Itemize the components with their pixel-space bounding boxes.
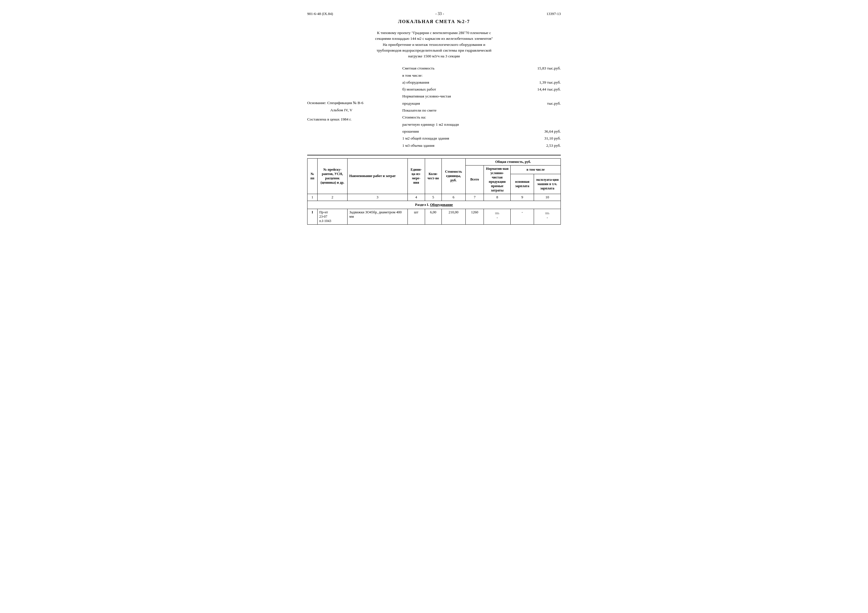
basis-line1: Основание: Спецификация № В-6 bbox=[307, 99, 394, 106]
cell-unit-cost: 210,00 bbox=[442, 209, 465, 224]
section-header-row: Раздел I. Оборудование bbox=[307, 201, 561, 209]
col-num-2: 2 bbox=[317, 194, 347, 201]
col-num-10: 10 bbox=[534, 194, 561, 201]
col-in-tom-chisle-header: в том числе bbox=[511, 165, 561, 174]
header: 901-6-48 (IX.84) - 33 - 13397-13 bbox=[307, 11, 561, 16]
main-table: №пп № прейску-рантов, УСН, расценок (цен… bbox=[307, 158, 561, 225]
costs-section: Сметная стоимость в том числе: а) оборуд… bbox=[402, 65, 561, 149]
header-right: 13397-13 bbox=[546, 11, 561, 16]
col-qty-header: Коли-чест-во bbox=[425, 158, 442, 194]
cell-salary: - bbox=[511, 209, 534, 224]
basis-line2: Альбом IV, V bbox=[330, 107, 394, 113]
cell-norm: — - bbox=[484, 209, 511, 224]
col-ref-header: № прейску-рантов, УСН, расценок (ценника… bbox=[317, 158, 347, 194]
project-description: К типовому проекту "Градирни с вентилято… bbox=[333, 30, 535, 59]
col-num-3: 3 bbox=[347, 194, 408, 201]
col-total-header: Всего bbox=[465, 165, 484, 194]
cell-num: I bbox=[307, 209, 318, 224]
table-row: I Пр-нт23-07п.I-1043 Задвижки 3О45бр, ди… bbox=[307, 209, 561, 224]
cell-ref: Пр-нт23-07п.I-1043 bbox=[317, 209, 347, 224]
col-name-header: Наименование работ и затрат bbox=[347, 158, 408, 194]
cell-qty: 6,00 bbox=[425, 209, 442, 224]
col-num-4: 4 bbox=[408, 194, 425, 201]
table-header-row1: №пп № прейску-рантов, УСН, расценок (цен… bbox=[307, 158, 561, 165]
col-unit-header: Едини-ца из-мере-ния bbox=[408, 158, 425, 194]
col-machine-header: эксплуата-ция машин в т.ч. зарплата bbox=[534, 174, 561, 194]
page-title: ЛОКАЛЬНАЯ СМЕТА №2-7 bbox=[307, 19, 561, 24]
cell-machine: — - bbox=[534, 209, 561, 224]
costs-labels: Сметная стоимость в том числе: а) оборуд… bbox=[402, 65, 459, 149]
basis-line3: Составлена в ценах 1984 г. bbox=[307, 116, 394, 123]
col-num-5: 5 bbox=[425, 194, 442, 201]
col-salary-header: основная зарплата bbox=[511, 174, 534, 194]
header-left: 901-6-48 (IX.84) bbox=[307, 11, 333, 16]
col-num-1: 1 bbox=[307, 194, 318, 201]
section-header-cell: Раздел I. Оборудование bbox=[307, 201, 561, 209]
col-num-9: 9 bbox=[511, 194, 534, 201]
col-unit-cost-header: Стоимость единицы, руб. bbox=[442, 158, 465, 194]
table-col-numbers: 1 2 3 4 5 6 7 8 9 10 bbox=[307, 194, 561, 201]
col-norm-header: Норматив-ная условно-чистая продукция пр… bbox=[484, 165, 511, 194]
col-total-group-header: Общая стоимость, руб. bbox=[465, 158, 561, 165]
col-num-header: №пп bbox=[307, 158, 318, 194]
cell-unit: шт bbox=[408, 209, 425, 224]
cell-total: 1260 bbox=[465, 209, 484, 224]
header-center: - 33 - bbox=[436, 11, 444, 16]
costs-values: 15,83 тыс.руб. 1,39 тыс.руб. 14,44 тыс.р… bbox=[523, 65, 561, 149]
table-separator bbox=[307, 155, 561, 155]
cell-name: Задвижки 3О45бр, диаметром 400 мм bbox=[347, 209, 408, 224]
col-num-8: 8 bbox=[484, 194, 511, 201]
col-num-6: 6 bbox=[442, 194, 465, 201]
basis-section: Основание: Спецификация № В-6 Альбом IV,… bbox=[307, 65, 394, 149]
col-num-7: 7 bbox=[465, 194, 484, 201]
